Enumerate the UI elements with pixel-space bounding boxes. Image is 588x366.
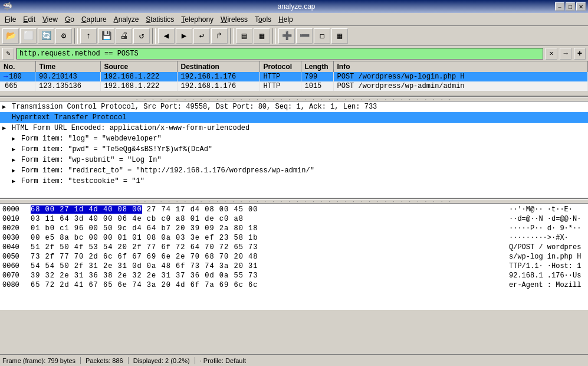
menu-view[interactable]: View [39, 14, 61, 25]
col-header-length[interactable]: Length [301, 61, 333, 72]
hex-row: 0030 00 e5 8a bc 00 00 01 01 08 0a 03 3e… [2, 233, 586, 243]
detail-text: Hypertext Transfer Protocol [12, 113, 126, 122]
close-button[interactable]: ✕ [576, 2, 586, 11]
resize-dots-1: · · · · · · · · · · · · · · · · · · · · … [136, 97, 452, 102]
menu-telephony[interactable]: Telephony [178, 14, 217, 25]
filter-input-container[interactable] [17, 48, 543, 60]
go-to-first-button[interactable]: ↩ [193, 28, 210, 44]
detail-text: Transmission Control Protocol, Src Port:… [12, 103, 377, 111]
filter-expression-button[interactable]: ✎ [2, 48, 14, 60]
col-header-info[interactable]: Info [333, 61, 588, 72]
col-header-protocol[interactable]: Protocol [259, 61, 301, 72]
menu-go[interactable]: Go [61, 14, 78, 25]
options-button[interactable]: ⚙ [55, 28, 72, 44]
detail-item[interactable]: ▶Form item: "log" = "webdeveloper" [0, 133, 588, 144]
hex-bytes: 51 2f 50 4f 53 54 20 2f 77 6f 72 64 70 7… [31, 243, 503, 251]
detail-expand-arrow[interactable]: ▶ [12, 135, 21, 142]
reload-button[interactable]: 🔄 [38, 28, 54, 44]
zoom-out-button[interactable]: ➖ [296, 28, 313, 44]
hex-row: 0050 73 2f 77 70 2d 6c 6f 67 69 6e 2e 70… [2, 252, 586, 262]
row-arrow: 665 [0, 81, 35, 91]
col-header-time[interactable]: Time [35, 61, 100, 72]
menu-bar: File Edit View Go Capture Analyze Statis… [0, 13, 588, 26]
hex-ascii: TTP/1.1· ·Host: 1 [503, 262, 586, 270]
back-button[interactable]: ◀ [158, 28, 175, 44]
detail-text: Form item: "testcookie" = "1" [21, 177, 144, 185]
hex-row: 0080 65 72 2d 41 67 65 6e 74 3a 20 4d 6f… [2, 280, 586, 290]
auto-scroll-button[interactable]: ▦ [254, 28, 270, 44]
filter-input[interactable] [19, 50, 540, 58]
cell-length: 799 [301, 72, 333, 81]
cell-source: 192.168.1.222 [100, 72, 177, 81]
hex-bytes: 73 2f 77 70 2d 6c 6f 67 69 6e 2e 70 68 7… [31, 253, 503, 261]
title-bar: 🦈 analyze.cap – □ ✕ [0, 0, 588, 13]
hex-ascii: s/wp-log in.php H [503, 253, 586, 261]
detail-expand-arrow[interactable]: ▶ [2, 103, 12, 110]
open-file-button[interactable]: 📂 [2, 28, 19, 44]
resize-handle-2[interactable]: · · · · · · · · · · · · · · · · · · · · … [0, 199, 588, 204]
menu-help[interactable]: Help [275, 14, 297, 25]
detail-expand-arrow[interactable]: ▶ [12, 146, 21, 153]
detail-text: Form item: "log" = "webdeveloper" [21, 135, 162, 143]
detail-expand-arrow[interactable]: ▶ [12, 178, 21, 185]
table-header-row: No. Time Source Destination Protocol Len… [0, 61, 588, 72]
detail-item[interactable]: Hypertext Transfer Protocol [0, 112, 588, 123]
table-row[interactable]: →18090.210143192.168.1.222192.168.1.176H… [0, 72, 588, 81]
hex-row: 0040 51 2f 50 4f 53 54 20 2f 77 6f 72 64… [2, 243, 586, 252]
detail-text: Form item: "redirect_to" = "http://192.1… [21, 166, 314, 175]
detail-item[interactable]: ▶Transmission Control Protocol, Src Port… [0, 102, 588, 112]
hex-offset: 0020 [2, 224, 31, 233]
hex-bytes: 01 b0 c1 96 00 50 9c d4 64 b7 20 39 09 2… [31, 224, 503, 233]
hex-bytes: 54 54 50 2f 31 2e 31 0d 0a 48 6f 73 74 3… [31, 262, 503, 270]
filter-bar: ✎ ✕ → + [0, 46, 588, 61]
print-button[interactable]: 🖨 [116, 28, 132, 44]
detail-expand-arrow[interactable]: ▶ [2, 125, 12, 132]
hex-offset: 0030 [2, 234, 31, 242]
menu-statistics[interactable]: Statistics [142, 14, 178, 25]
detail-item[interactable]: ▶Form item: "testcookie" = "1" [0, 176, 588, 187]
detail-expand-arrow[interactable]: ▶ [12, 167, 21, 174]
hex-offset: 0060 [2, 262, 31, 270]
col-header-no[interactable]: No. [0, 61, 35, 72]
detail-expand-arrow[interactable]: ▶ [12, 156, 21, 164]
toolbar-separator-1 [74, 28, 78, 44]
close-file-button[interactable]: ⬜ [20, 28, 37, 44]
filter-clear-button[interactable]: ✕ [546, 48, 557, 60]
menu-capture[interactable]: Capture [78, 14, 110, 25]
detail-item[interactable]: ▶Form item: "pwd" = "Te5eQg&4sBS!Yr$)wf%… [0, 144, 588, 155]
minimize-button[interactable]: – [555, 2, 564, 11]
hex-ascii: ··d=@··N ·d=@@·N· [503, 215, 586, 223]
detail-item[interactable]: ▶HTML Form URL Encoded: application/x-ww… [0, 123, 588, 133]
forward-button[interactable]: ▶ [176, 28, 192, 44]
menu-edit[interactable]: Edit [19, 14, 39, 25]
menu-file[interactable]: File [1, 14, 19, 25]
normal-size-button[interactable]: ◻ [314, 28, 330, 44]
menu-tools[interactable]: Tools [251, 14, 275, 25]
cell-info: POST /wordpress/wp-admin/admin [333, 81, 588, 91]
zoom-in-button[interactable]: ➕ [278, 28, 295, 44]
cell-destination: 192.168.1.176 [177, 81, 259, 91]
menu-analyze[interactable]: Analyze [110, 14, 143, 25]
maximize-button[interactable]: □ [566, 2, 575, 11]
refresh-button[interactable]: ↺ [133, 28, 150, 44]
col-header-source[interactable]: Source [100, 61, 177, 72]
detail-item[interactable]: ▶Form item: "wp-submit" = "Log In" [0, 155, 588, 165]
go-to-last-button[interactable]: ↱ [211, 28, 228, 44]
detail-item[interactable]: ▶Form item: "redirect_to" = "http://192.… [0, 165, 588, 176]
packet-list-panel: No. Time Source Destination Protocol Len… [0, 61, 588, 97]
resize-columns-button[interactable]: ▦ [331, 28, 348, 44]
scroll-up-button[interactable]: ↑ [80, 28, 97, 44]
hex-bytes: 39 32 2e 31 36 38 2e 32 2e 31 37 36 0d 0… [31, 272, 503, 280]
colorize-button[interactable]: ▤ [236, 28, 252, 44]
filter-apply-button[interactable]: → [560, 48, 571, 60]
resize-handle-1[interactable]: · · · · · · · · · · · · · · · · · · · · … [0, 97, 588, 102]
table-row[interactable]: 665123.135136192.168.1.222192.168.1.176H… [0, 81, 588, 91]
filter-add-button[interactable]: + [574, 48, 586, 60]
col-header-destination[interactable]: Destination [177, 61, 259, 72]
hex-offset: 0010 [2, 215, 31, 223]
toolbar-separator-3 [230, 28, 234, 44]
toolbar-separator-2 [152, 28, 156, 44]
menu-wireless[interactable]: Wireless [217, 14, 251, 25]
hex-bytes-highlighted: 68 00 27 1d 4d 40 08 00 [31, 205, 142, 214]
save-button[interactable]: 💾 [98, 28, 114, 44]
